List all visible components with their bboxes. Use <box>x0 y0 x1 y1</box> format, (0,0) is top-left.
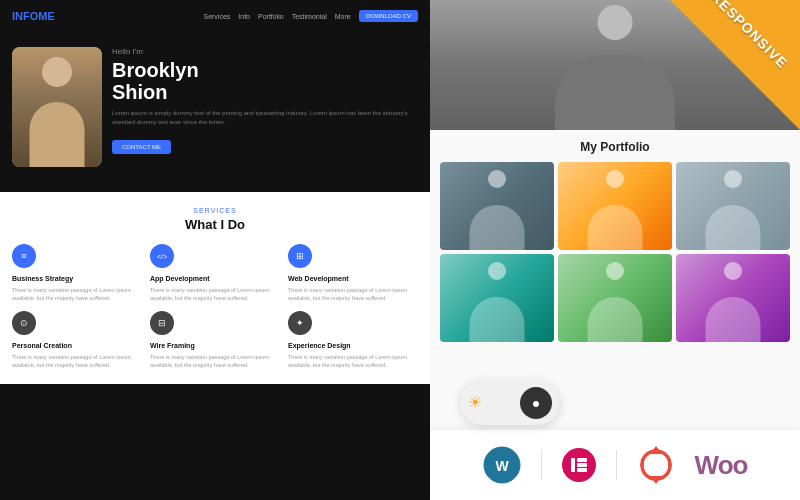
hero-section: Hello I'm Brooklyn Shion Lorem ipsum is … <box>0 32 430 192</box>
portfolio-item-5[interactable] <box>558 254 672 342</box>
service-name-4: Personal Creation <box>12 342 72 349</box>
nav-link-info[interactable]: Info <box>238 13 250 20</box>
right-panel: RESPONSIVE My Portfolio <box>430 0 800 500</box>
service-icon-6: ✦ <box>288 311 312 335</box>
service-icon-5: ⊟ <box>150 311 174 335</box>
portfolio-item-3[interactable] <box>676 162 790 250</box>
service-icon-1: ≡ <box>12 244 36 268</box>
service-desc-3: There is many variation passage of Lorem… <box>288 286 418 303</box>
wordpress-icon: W <box>483 446 521 484</box>
hero-cta-button[interactable]: CONTACT ME <box>112 140 171 154</box>
service-name-3: Web Development <box>288 275 349 282</box>
service-name-1: Business Strategy <box>12 275 73 282</box>
service-name-5: Wire Framing <box>150 342 195 349</box>
service-name-2: App Development <box>150 275 210 282</box>
main-container: INFOME Services Info Portfolio Testimoni… <box>0 0 800 500</box>
sync-icon <box>637 446 675 484</box>
portfolio-grid <box>440 162 790 342</box>
elementor-logo-item <box>562 448 596 482</box>
service-item-6: ✦ Experience Design There is many variat… <box>288 311 418 370</box>
nav-link-services[interactable]: Services <box>203 13 230 20</box>
sun-icon[interactable]: ☀ <box>468 393 482 412</box>
logo-divider-2 <box>616 450 617 480</box>
service-icon-2: </> <box>150 244 174 268</box>
service-icon-4: ⊙ <box>12 311 36 335</box>
hero-content: Hello I'm Brooklyn Shion Lorem ipsum is … <box>112 47 418 177</box>
svg-rect-4 <box>571 458 575 472</box>
logo-accent: ME <box>38 10 55 22</box>
service-item-5: ⊟ Wire Framing There is many variation p… <box>150 311 280 370</box>
service-name-6: Experience Design <box>288 342 351 349</box>
hero-name-line2: Shion <box>112 81 168 103</box>
nav-link-more[interactable]: More <box>335 13 351 20</box>
services-grid-row2: ⊙ Personal Creation There is many variat… <box>12 311 418 370</box>
portfolio-item-1[interactable] <box>440 162 554 250</box>
services-tag: SERVICES <box>12 207 418 214</box>
nav-download-btn[interactable]: DOWNLOAD CV <box>359 10 418 22</box>
service-icon-3: ⊞ <box>288 244 312 268</box>
portfolio-item-6[interactable] <box>676 254 790 342</box>
woo-text: Woo <box>695 450 748 481</box>
hero-image <box>12 47 102 167</box>
svg-text:W: W <box>495 458 509 474</box>
portfolio-item-4[interactable] <box>440 254 554 342</box>
svg-rect-6 <box>577 463 587 467</box>
nav-links: Services Info Portfolio Testimonial More… <box>203 10 418 22</box>
service-desc-6: There is many variation passage of Lorem… <box>288 353 418 370</box>
logo-text: INFO <box>12 10 38 22</box>
hero-greeting: Hello I'm <box>112 47 418 56</box>
woocommerce-logo: Woo <box>695 450 748 481</box>
nav-link-testimonial[interactable]: Testimonial <box>292 13 327 20</box>
service-desc-1: There is many variation passage of Lorem… <box>12 286 142 303</box>
services-section: SERVICES What I Do ≡ Business Strategy T… <box>0 192 430 384</box>
svg-rect-5 <box>577 458 587 462</box>
service-item-1: ≡ Business Strategy There is many variat… <box>12 244 142 303</box>
hero-person-photo <box>12 47 102 167</box>
svg-rect-7 <box>577 468 587 472</box>
portfolio-title: My Portfolio <box>440 140 790 154</box>
service-desc-4: There is many variation passage of Lorem… <box>12 353 142 370</box>
service-item-4: ⊙ Personal Creation There is many variat… <box>12 311 142 370</box>
service-item-2: </> App Development There is many variat… <box>150 244 280 303</box>
portfolio-item-2[interactable] <box>558 162 672 250</box>
theme-switcher[interactable]: ☀ ● <box>460 380 560 425</box>
hero-name: Brooklyn Shion <box>112 59 418 103</box>
moon-icon: ● <box>532 395 540 411</box>
service-desc-5: There is many variation passage of Lorem… <box>150 353 280 370</box>
services-grid-row1: ≡ Business Strategy There is many variat… <box>12 244 418 303</box>
logos-section: W <box>430 430 800 500</box>
site-mockup: INFOME Services Info Portfolio Testimoni… <box>0 0 430 500</box>
service-desc-2: There is many variation passage of Lorem… <box>150 286 280 303</box>
services-title: What I Do <box>12 217 418 232</box>
hero-description: Lorem ipsum is simply dummy text of the … <box>112 109 418 127</box>
nav-bar: INFOME Services Info Portfolio Testimoni… <box>0 0 430 32</box>
service-item-3: ⊞ Web Development There is many variatio… <box>288 244 418 303</box>
nav-logo: INFOME <box>12 10 55 22</box>
logo-divider-1 <box>541 450 542 480</box>
moon-toggle[interactable]: ● <box>520 387 552 419</box>
left-panel: INFOME Services Info Portfolio Testimoni… <box>0 0 430 500</box>
wordpress-logo-item: W <box>483 446 521 484</box>
elementor-icon <box>562 448 596 482</box>
hero-name-line1: Brooklyn <box>112 59 199 81</box>
nav-link-portfolio[interactable]: Portfolio <box>258 13 284 20</box>
